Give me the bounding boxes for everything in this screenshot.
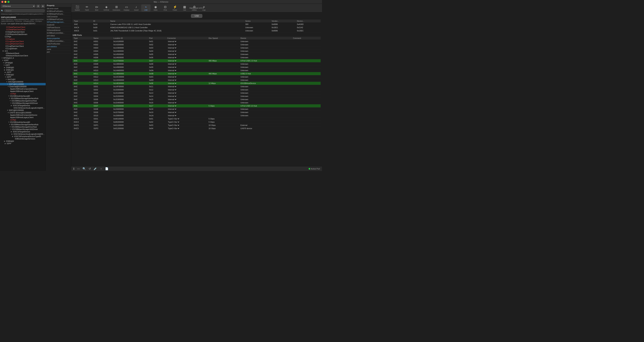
port-row[interactable]: XHCHS130x14D000000x0DInternalUnknown bbox=[73, 78, 321, 82]
export-button[interactable]: → bbox=[100, 167, 102, 170]
tree-item[interactable]: IOSCSIHierarchicalLogicalUnit@00... bbox=[0, 107, 46, 109]
tree-item[interactable]: CCCapture bbox=[0, 38, 46, 40]
port-row[interactable]: XHCHS020x142000000x02InternalUnknown bbox=[73, 43, 321, 46]
tree-item[interactable]: CCLogPipeUserClient bbox=[0, 45, 46, 47]
tree-item[interactable]: ▶IOSCSITargetDevice bbox=[0, 130, 46, 133]
connector-select[interactable]: Internal bbox=[167, 114, 177, 117]
connector-select[interactable]: Internal bbox=[167, 82, 177, 84]
tree-item[interactable]: IOBlockStorageServices bbox=[0, 138, 46, 140]
tree-item[interactable]: ▶IOPP bbox=[0, 71, 46, 73]
info-button[interactable]: ℹ bbox=[73, 167, 74, 170]
tree-item[interactable]: IONetworkStackUserClient bbox=[0, 54, 46, 57]
property-item[interactable]: kUSBBusCurrentAlloc... bbox=[46, 40, 71, 42]
connector-cell[interactable]: Internal bbox=[166, 114, 208, 117]
port-row[interactable]: XHCHS100x14A000000x0AInternalUnknown bbox=[73, 69, 321, 72]
tree-item[interactable]: ▼IOUSBMassStorageUASDriver bbox=[0, 102, 46, 104]
connector-select[interactable]: TypeC+Sw bbox=[167, 127, 180, 130]
connector-cell[interactable]: Internal bbox=[166, 66, 208, 69]
tab-utilities[interactable]: ⚙ Utilities bbox=[190, 4, 199, 11]
port-row[interactable]: XHC5SSP10x011000000x03TypeC+Sw10 GbpsExt… bbox=[73, 124, 321, 127]
tree-item[interactable]: CCDataPipeUserClient bbox=[0, 31, 46, 33]
connector-select[interactable]: Internal bbox=[167, 108, 177, 110]
maximize-button[interactable] bbox=[8, 1, 10, 3]
port-row[interactable]: XHCSS060x154000000x16InternalUnknown bbox=[73, 101, 321, 104]
property-item[interactable]: kUSBWakePortCurre... bbox=[46, 18, 71, 21]
service-select[interactable]: IOService bbox=[1, 4, 35, 8]
tree-item[interactable]: ▼RP05@1C,4 bbox=[0, 57, 46, 59]
connector-select[interactable]: Internal bbox=[167, 79, 177, 81]
tab-displays[interactable]: ▭ Displays bbox=[122, 4, 131, 11]
connector-cell[interactable]: Internal bbox=[166, 59, 208, 62]
connector-cell[interactable]: TypeC+Sw bbox=[166, 120, 208, 124]
connector-select[interactable]: TypeC+Sw bbox=[167, 121, 180, 123]
connector-select[interactable]: Internal bbox=[167, 63, 177, 65]
tree-item[interactable]: ▼IOUSBHostInterface@0 bbox=[0, 121, 46, 123]
tab-nvram[interactable]: ◈ NVRAM bbox=[102, 4, 111, 11]
port-row[interactable]: XHCHS070x147000000x07Internal480 Mbps4-P… bbox=[73, 59, 321, 62]
tree-item[interactable]: CCLogStream bbox=[0, 47, 46, 50]
tree-item[interactable]: CCDataPipeUserClient bbox=[0, 28, 46, 31]
tree-item[interactable]: CCLogPipeUserClient bbox=[0, 42, 46, 45]
property-item[interactable]: kUSBHostPortExtern... bbox=[46, 10, 71, 13]
port-row[interactable]: XHCHS040x144000000x04InternalUnknown bbox=[73, 49, 321, 53]
property-item[interactable]: kUSBBusCurrentSlee... bbox=[46, 32, 71, 34]
tab-extensions[interactable]: ⊞ Extensions bbox=[111, 4, 122, 11]
tree-item[interactable]: configs bbox=[0, 119, 46, 121]
connector-cell[interactable]: TypeC+Sw bbox=[166, 124, 208, 127]
tree-item[interactable]: IONetworkStack bbox=[0, 52, 46, 54]
tree-item[interactable]: ▼XHC5@01000000 bbox=[0, 81, 46, 83]
tree-item[interactable]: ▶IOSCSIPeripheralDeviceType00 bbox=[0, 135, 46, 138]
port-row[interactable]: XHC4SS010x001000000x01TypeC+Sw5 Gbps bbox=[73, 117, 321, 120]
connector-select[interactable]: Internal bbox=[167, 50, 177, 52]
connector-select[interactable]: Internal bbox=[167, 66, 177, 68]
tree-item[interactable]: ▼IOPP bbox=[0, 64, 46, 66]
connector-cell[interactable]: Internal bbox=[166, 49, 208, 53]
connector-cell[interactable]: Internal bbox=[166, 108, 208, 111]
connector-cell[interactable]: Internal bbox=[166, 72, 208, 75]
tree-item[interactable]: ▼IOUSBMassStorageInterfaceNub bbox=[0, 97, 46, 100]
connector-cell[interactable]: Internal bbox=[166, 62, 208, 66]
tree-item[interactable]: CCPipe bbox=[0, 35, 46, 38]
refresh-button[interactable]: ↺ bbox=[88, 167, 91, 170]
property-item[interactable]: port bbox=[46, 51, 71, 53]
connector-select[interactable]: TypeC+Sw bbox=[167, 124, 180, 126]
tree-item[interactable]: ▶IOSCSITargetDevice bbox=[0, 104, 46, 107]
connector-cell[interactable]: Internal bbox=[166, 56, 208, 59]
port-row[interactable]: XHCSS080x156000000x18InternalUnknown bbox=[73, 108, 321, 111]
connector-select[interactable]: Internal bbox=[167, 43, 177, 46]
connector-select[interactable]: Internal bbox=[167, 59, 177, 62]
tab-power[interactable]: ⚡ Power bbox=[170, 4, 180, 11]
port-row[interactable]: XHC4SS020x002000000x02TypeC+Sw5 Gbps bbox=[73, 120, 321, 124]
tab-pcie[interactable]: ⊟ PCIe bbox=[160, 4, 170, 11]
tree-item[interactable]: ▼IOUSBHostInterface@0 bbox=[0, 95, 46, 97]
port-row[interactable]: XHCHS080x148000000x08InternalUnknown bbox=[73, 62, 321, 66]
tab-usb[interactable]: ⌁ USB bbox=[141, 4, 150, 11]
connector-cell[interactable]: Internal bbox=[166, 111, 208, 114]
minimize-button[interactable] bbox=[4, 1, 6, 3]
tree-item[interactable]: ▶en1 bbox=[0, 50, 46, 52]
port-row[interactable]: XHCSS030x151000000x13InternalUnknown bbox=[73, 91, 321, 95]
tree-item[interactable]: AppleUSBHostCompositeDevice bbox=[0, 88, 46, 90]
connector-cell[interactable]: Internal bbox=[166, 75, 208, 78]
property-item[interactable]: kUSBSleepPortCurre... bbox=[46, 13, 71, 15]
port-row[interactable]: XHCHS060x146000000x06InternalUnknown bbox=[73, 56, 321, 59]
tree-item[interactable]: ▼IOUSBMassStorageDriverNub bbox=[0, 100, 46, 102]
port-row[interactable]: XHCSS070x155000000x17Internal5 Gbps4-Por… bbox=[73, 104, 321, 108]
tree-item[interactable]: ▼UPSB@0 bbox=[0, 62, 46, 64]
property-item[interactable]: UsbCPortNumber bbox=[46, 42, 71, 45]
tree-item[interactable]: ▼SSP2@01200000 bbox=[0, 109, 46, 111]
tree-item[interactable]: ▶DSB1@1 bbox=[0, 69, 46, 71]
port-row[interactable]: XHCHS140x14E000000x0EInternal12 MbpsIOUS… bbox=[73, 82, 321, 85]
tree-item[interactable]: ▼External@01000000 bbox=[0, 85, 46, 88]
connector-cell[interactable]: Internal bbox=[166, 98, 208, 101]
tree-item[interactable]: AppleUSBHostLegacyClient bbox=[0, 116, 46, 119]
remove-button[interactable]: — bbox=[77, 167, 80, 170]
connector-select[interactable]: Internal bbox=[167, 98, 177, 101]
tree-item[interactable]: ▼IOUSBMassStorageUASDriver bbox=[0, 128, 46, 130]
controller-row[interactable]: XHC0x14Cannon Lake PCH USB 3.1 xHCI Host… bbox=[73, 23, 321, 26]
copy-button[interactable]: 📄 bbox=[105, 167, 108, 170]
tree-item[interactable]: ▶DSB0@0 bbox=[0, 66, 46, 69]
connector-cell[interactable]: Internal bbox=[166, 53, 208, 56]
connector-select[interactable]: Internal bbox=[167, 40, 177, 42]
hierarchy-view-btn[interactable]: ⊞ bbox=[41, 4, 45, 8]
